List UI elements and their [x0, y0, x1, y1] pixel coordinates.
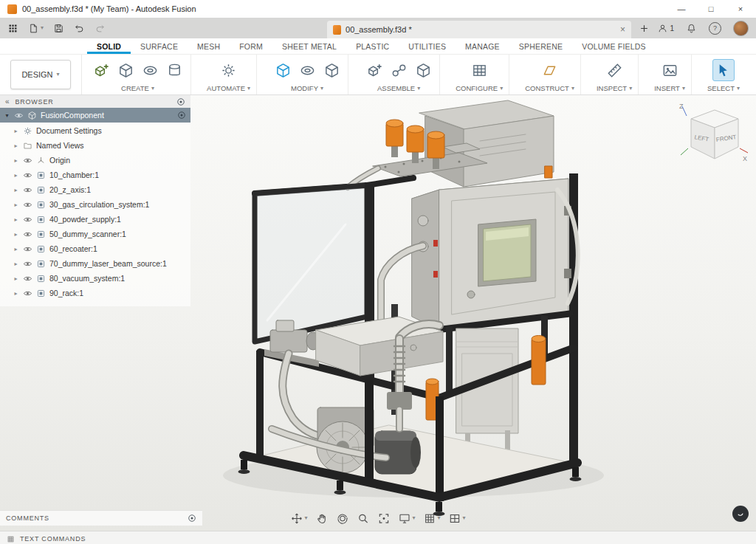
browser-item[interactable]: ▸Named Views — [0, 138, 190, 153]
minimize-icon[interactable]: — — [676, 4, 687, 13]
toolbar-group-label[interactable]: CONSTRUCT▾ — [525, 83, 574, 92]
select-icon[interactable] — [712, 59, 735, 81]
assistant-button[interactable] — [732, 506, 749, 522]
toolbar-group-label[interactable]: MODIFY▾ — [291, 83, 323, 92]
component-activate-radio[interactable] — [177, 111, 186, 120]
toolbar-group-label[interactable]: CONFIGURE▾ — [456, 83, 503, 92]
revolve-icon[interactable] — [140, 60, 160, 80]
coil-icon[interactable] — [164, 60, 185, 80]
view-cube[interactable]: LEFT FRONT Z X — [676, 100, 750, 173]
ribbon-tab-volume-fields[interactable]: VOLUME FIELDS — [572, 42, 656, 54]
orbit-button[interactable] — [336, 512, 348, 525]
display-settings-button[interactable]: ▾ — [398, 512, 415, 525]
disclosure-arrow-icon[interactable]: ▸ — [13, 202, 19, 208]
disclosure-arrow-icon[interactable]: ▸ — [13, 231, 19, 238]
glass-door-frame[interactable] — [255, 185, 367, 342]
ribbon-tab-utilities[interactable]: UTILITIES — [399, 42, 456, 54]
disclosure-arrow-icon[interactable]: ▸ — [13, 187, 19, 193]
joint-icon[interactable] — [388, 60, 409, 80]
visibility-eye-icon[interactable] — [23, 171, 32, 180]
browser-item[interactable]: ▸80_vacuum_system:1 — [0, 271, 190, 286]
browser-collapse-icon[interactable]: « — [5, 97, 10, 106]
visibility-eye-icon[interactable] — [23, 274, 32, 283]
fit-button[interactable] — [377, 512, 390, 525]
viewports-button[interactable]: ▾ — [449, 512, 466, 525]
disclosure-arrow-icon[interactable]: ▸ — [13, 290, 19, 297]
automate-icon[interactable] — [219, 60, 239, 80]
visibility-eye-icon[interactable] — [23, 185, 32, 195]
offset-plane-icon[interactable] — [540, 60, 560, 80]
zoom-button[interactable] — [357, 512, 369, 525]
browser-item[interactable]: ▸40_powder_supply:1 — [0, 212, 190, 227]
user-avatar[interactable] — [733, 21, 749, 36]
visibility-eye-icon[interactable] — [23, 289, 32, 298]
browser-item[interactable]: ▸70_dummy_laser_beam_source:1 — [0, 256, 190, 271]
browser-item[interactable]: ▸60_recoater:1 — [0, 241, 190, 256]
ribbon-tab-sheet-metal[interactable]: SHEET METAL — [272, 42, 346, 54]
document-tab[interactable]: 00_assembly.f3d * × — [327, 21, 631, 38]
disclosure-arrow-icon[interactable]: ▸ — [13, 216, 19, 223]
help-button[interactable]: ? — [709, 22, 721, 35]
toolbar-group-label[interactable]: INSERT▾ — [654, 83, 685, 92]
toolbar-group-label[interactable]: AUTOMATE▾ — [207, 83, 250, 92]
ribbon-tab-spherene[interactable]: SPHERENE — [509, 42, 572, 54]
visibility-eye-icon[interactable] — [23, 244, 32, 254]
undo-button[interactable] — [74, 23, 85, 34]
text-commands-bar[interactable]: TEXT COMMANDS — [0, 531, 756, 544]
visibility-eye-icon[interactable] — [23, 259, 32, 269]
press-pull-icon[interactable] — [272, 60, 293, 80]
save-button[interactable] — [53, 23, 64, 34]
browser-item[interactable]: ▸20_z_axis:1 — [0, 182, 190, 197]
new-component-icon[interactable] — [91, 60, 111, 80]
grid-and-snaps-button[interactable]: ▾ — [424, 512, 441, 525]
rigid-group-icon[interactable] — [413, 60, 433, 80]
ribbon-tab-manage[interactable]: MANAGE — [456, 42, 509, 54]
toolbar-group-label[interactable]: INSPECT▾ — [597, 83, 632, 92]
disclosure-arrow-icon[interactable]: ▸ — [13, 142, 19, 149]
vacuum-pump-motor[interactable] — [375, 431, 421, 474]
browser-item[interactable]: ▸Document Settings — [0, 123, 190, 138]
browser-root-component[interactable]: ▾ FusionComponent — [0, 108, 190, 123]
insert-image-icon[interactable] — [659, 60, 680, 80]
ribbon-tab-surface[interactable]: SURFACE — [131, 42, 188, 54]
disclosure-arrow-icon[interactable]: ▸ — [13, 128, 19, 134]
visibility-eye-icon[interactable] — [23, 156, 32, 165]
disclosure-arrow-icon[interactable]: ▸ — [13, 157, 19, 164]
design-workspace-selector[interactable]: DESIGN ▾ — [10, 60, 71, 89]
visibility-eye-icon[interactable] — [14, 111, 24, 120]
tab-close-icon[interactable]: × — [620, 24, 625, 35]
disclosure-arrow-icon[interactable]: ▸ — [13, 172, 19, 179]
fillet-icon[interactable] — [297, 60, 317, 80]
ribbon-tab-form[interactable]: FORM — [230, 42, 272, 54]
presence-indicator[interactable]: 1 — [657, 23, 674, 34]
close-icon[interactable]: × — [735, 4, 746, 13]
visibility-eye-icon[interactable] — [23, 215, 32, 224]
ribbon-tab-solid[interactable]: SOLID — [87, 42, 131, 54]
visibility-eye-icon[interactable] — [23, 230, 32, 239]
browser-item[interactable]: ▸10_chamber:1 — [0, 168, 190, 182]
disclosure-arrow-icon[interactable]: ▸ — [13, 261, 19, 267]
browser-display-toggle-icon[interactable] — [176, 97, 185, 106]
toolbar-group-label[interactable]: ASSEMBLE▾ — [377, 83, 420, 92]
measure-icon[interactable] — [604, 60, 625, 80]
ribbon-tab-mesh[interactable]: MESH — [188, 42, 230, 54]
app-launcher-icon[interactable] — [7, 23, 18, 34]
viewport-3d[interactable]: « BROWSER ▾ FusionComponent ▸Document Se… — [0, 95, 756, 531]
browser-item[interactable]: ▸90_rack:1 — [0, 286, 190, 300]
browser-item[interactable]: ▸Origin — [0, 153, 190, 168]
pan-mode-button[interactable]: ▾ — [290, 512, 307, 525]
combine-icon[interactable] — [321, 60, 342, 80]
toolbar-group-label[interactable]: CREATE▾ — [121, 83, 154, 92]
new-tab-button[interactable] — [639, 23, 650, 34]
file-menu-button[interactable]: ▾ — [28, 23, 44, 34]
extrude-icon[interactable] — [115, 60, 136, 80]
redo-button[interactable] — [94, 23, 106, 34]
disclosure-arrow-icon[interactable]: ▸ — [13, 246, 19, 252]
disclosure-expanded-icon[interactable]: ▾ — [4, 112, 10, 119]
ribbon-tab-plastic[interactable]: PLASTIC — [346, 42, 399, 54]
comments-bar[interactable]: COMMENTS — [0, 510, 202, 526]
assemble-component-icon[interactable] — [364, 60, 385, 80]
filter-cabinet[interactable] — [456, 328, 518, 460]
chamber-component[interactable] — [412, 179, 571, 330]
pan-hand-button[interactable] — [315, 512, 328, 525]
